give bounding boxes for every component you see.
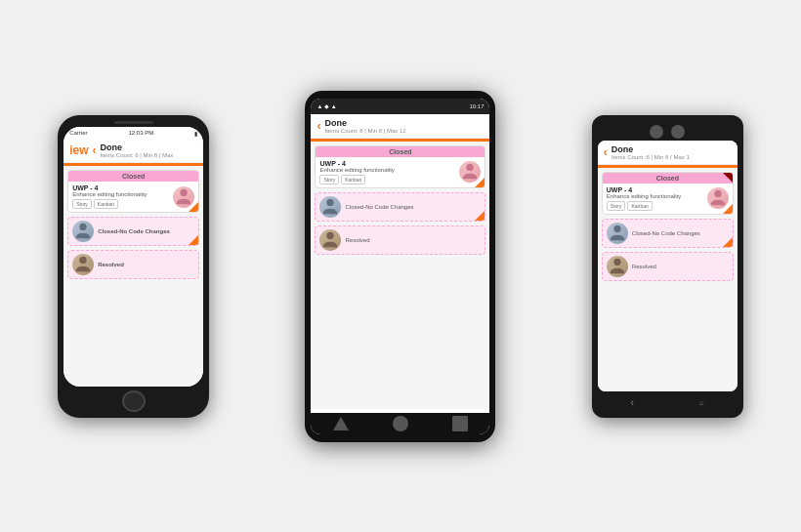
- iphone-back-arrow[interactable]: ‹: [93, 143, 97, 157]
- android-card1-corner: [475, 178, 485, 187]
- android-avatar-male-2: [319, 196, 341, 218]
- android-nav-bar: [311, 413, 489, 434]
- android-status-resolved: Resolved: [345, 237, 481, 243]
- iphone-card-closed[interactable]: Closed UWP - 4 Enhance editing functiona…: [67, 170, 199, 213]
- windows-nav-bar: ‹ ⌕: [598, 394, 738, 411]
- iphone-back-button[interactable]: iew: [69, 143, 88, 157]
- windows-top-bar: [644, 124, 691, 141]
- iphone-status-closed: Closed: [68, 171, 198, 182]
- android-card-content-1: UWP - 4 Enhance editing functionality St…: [316, 157, 485, 187]
- svg-point-7: [613, 225, 620, 232]
- windows-card-closed[interactable]: Closed UWP - 4 Enhance editing functiona…: [602, 172, 734, 215]
- male-person-icon: [72, 221, 94, 242]
- android-male-icon: [319, 196, 341, 218]
- windows-avatar-male-2: [607, 223, 628, 244]
- windows-status-nocode: Closed-No Code Changes: [632, 230, 729, 236]
- android-card-text-3: Resolved: [345, 237, 481, 243]
- android-header-title: Done: [324, 118, 405, 128]
- windows-tag-story: Story: [607, 201, 626, 211]
- windows-card1-corner-top: [723, 173, 733, 183]
- male2-person-icon: [72, 254, 94, 275]
- android-card-content-3: Resolved: [316, 226, 485, 254]
- iphone-speaker: [114, 121, 153, 125]
- windows-header-sub: Items Count :6 | Min 8 / Max 1: [611, 154, 690, 160]
- windows-tag-kanban: Kanban: [627, 201, 652, 211]
- windows-card-text-3: Resolved: [632, 264, 729, 269]
- iphone-time: 12:03 PM: [128, 130, 153, 136]
- windows-header-title: Done: [611, 144, 690, 154]
- android-signal-icons: ▲ ◆ ▲: [316, 102, 336, 109]
- windows-card-content-3: Resolved: [603, 253, 733, 280]
- windows-app-body: Closed UWP - 4 Enhance editing functiona…: [598, 168, 738, 391]
- iphone-status-bar: Carrier 12:03 PM ▮: [63, 127, 203, 139]
- iphone-card-content-2: Closed-No Code Changes: [68, 218, 198, 245]
- android-card-content-2: Closed-No Code Changes: [316, 193, 485, 221]
- android-card-resolved[interactable]: Resolved: [315, 225, 485, 255]
- win-icon-2: [671, 125, 685, 139]
- android-tag-kanban: Kanban: [341, 175, 365, 184]
- iphone-app-header: iew ‹ Done Items Count: 6 | Min 8 | Max: [63, 139, 203, 163]
- win-search-nav[interactable]: ⌕: [699, 398, 704, 407]
- windows-card1-corner: [723, 204, 733, 214]
- android-screen: ▲ ◆ ▲ 10:17 ‹ Done Items Count: 8 | Min …: [311, 99, 489, 434]
- iphone-card-content-1: UWP - 4 Enhance editing functionality St…: [68, 182, 198, 212]
- windows-app-header: ‹ Done Items Count :6 | Min 8 / Max 1: [598, 141, 738, 165]
- win-back-nav[interactable]: ‹: [630, 397, 633, 408]
- win-icon-1: [650, 125, 663, 139]
- iphone-card-nocode[interactable]: Closed-No Code Changes: [67, 217, 199, 246]
- svg-point-4: [327, 198, 334, 205]
- iphone-avatar-male-2: [72, 221, 94, 242]
- iphone-screen: Carrier 12:03 PM ▮ iew ‹ Done Items Coun…: [63, 127, 203, 387]
- iphone-status-resolved: Resolved: [98, 262, 194, 267]
- android-status-nocode: Closed-No Code Changes: [345, 204, 481, 210]
- android-male2-icon: [319, 229, 341, 251]
- android-card2-corner: [475, 211, 485, 221]
- windows-card-resolved[interactable]: Resolved: [602, 252, 734, 281]
- iphone-card-title-1: UWP - 4: [72, 184, 169, 191]
- android-recents-nav-icon[interactable]: [452, 416, 468, 431]
- android-status-closed: Closed: [316, 146, 485, 157]
- iphone-status-nocode: Closed-No Code Changes: [98, 228, 194, 234]
- iphone-card-tags-1: Story Kanban: [72, 199, 169, 209]
- svg-point-2: [79, 257, 86, 264]
- android-card-nocode[interactable]: Closed-No Code Changes: [315, 192, 485, 222]
- iphone-header-title: Done: [101, 143, 174, 152]
- iphone-tag-kanban: Kanban: [94, 199, 118, 209]
- android-back-arrow[interactable]: ‹: [316, 119, 320, 133]
- carrier-label: Carrier: [69, 130, 87, 136]
- windows-card-title-1: UWP - 4: [607, 186, 703, 193]
- android-app-header: ‹ Done Items Count: 8 | Min 8 | Max 12: [311, 114, 489, 139]
- iphone-home-button[interactable]: [122, 390, 146, 412]
- iphone-card-text-1: UWP - 4 Enhance editing functionality St…: [72, 184, 169, 209]
- windows-back-arrow[interactable]: ‹: [604, 145, 608, 159]
- android-card-title-1: UWP - 4: [319, 160, 455, 167]
- iphone-card-text-2: Closed-No Code Changes: [98, 228, 194, 234]
- iphone-card-text-3: Resolved: [98, 262, 194, 267]
- android-time: 10:17: [469, 103, 484, 109]
- iphone-app-body: Closed UWP - 4 Enhance editing functiona…: [63, 166, 203, 387]
- windows-screen: ‹ Done Items Count :6 | Min 8 / Max 1 Cl…: [598, 141, 738, 391]
- android-header-sub: Items Count: 8 | Min 8 | Max 12: [324, 128, 405, 134]
- svg-point-5: [327, 231, 334, 238]
- android-device: ▲ ◆ ▲ 10:17 ‹ Done Items Count: 8 | Min …: [305, 91, 495, 442]
- android-back-nav-icon[interactable]: [333, 417, 349, 430]
- svg-point-6: [714, 190, 721, 197]
- iphone-card2-corner: [189, 235, 198, 245]
- windows-card-nocode[interactable]: Closed-No Code Changes: [602, 219, 734, 248]
- svg-point-1: [79, 224, 86, 230]
- scene: Carrier 12:03 PM ▮ iew ‹ Done Items Coun…: [0, 0, 801, 532]
- windows-device: ‹ Done Items Count :6 | Min 8 / Max 1 Cl…: [592, 115, 743, 418]
- iphone-card-desc-1: Enhance editing functionality: [72, 191, 169, 197]
- windows-avatar-male2-3: [607, 256, 628, 277]
- windows-card-content-2: Closed-No Code Changes: [603, 220, 733, 247]
- android-home-nav-icon[interactable]: [393, 416, 408, 431]
- iphone-card-content-3: Resolved: [68, 251, 198, 278]
- windows-card2-corner: [723, 237, 733, 247]
- windows-card-text-1: UWP - 4 Enhance editing functionality St…: [607, 186, 703, 211]
- iphone-card-resolved[interactable]: Resolved: [67, 250, 199, 279]
- svg-point-3: [467, 164, 474, 171]
- svg-point-0: [180, 188, 187, 195]
- android-tag-story: Story: [319, 175, 339, 184]
- windows-male2-icon: [607, 256, 628, 277]
- android-card-closed[interactable]: Closed UWP - 4 Enhance editing functiona…: [315, 145, 485, 188]
